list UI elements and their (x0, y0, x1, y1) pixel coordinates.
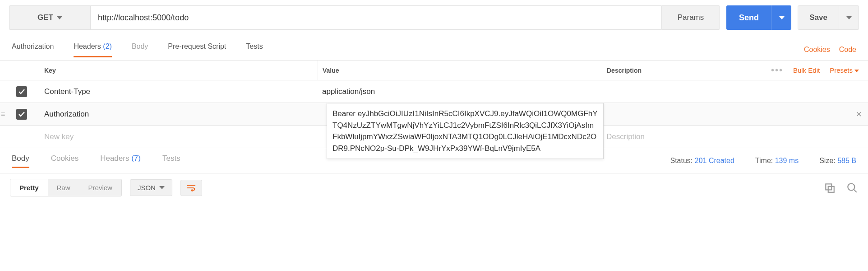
col-description-header: Description (602, 61, 771, 80)
close-icon[interactable]: × (856, 108, 862, 120)
new-key-input[interactable]: New key (33, 132, 318, 141)
chevron-down-icon (846, 16, 852, 19)
tab-headers[interactable]: Headers (2) (74, 42, 112, 57)
request-tabs: Authorization Headers (2) Body Pre-reque… (0, 39, 868, 61)
check-icon (18, 88, 25, 95)
params-button[interactable]: Params (661, 5, 720, 30)
presets-link[interactable]: Presets (830, 66, 859, 74)
header-key[interactable]: Content-Type (33, 87, 318, 96)
svg-point-2 (848, 183, 854, 190)
svg-line-3 (854, 189, 857, 192)
response-tab-cookies[interactable]: Cookies (51, 154, 78, 168)
svg-rect-0 (826, 184, 831, 190)
tab-body[interactable]: Body (132, 42, 148, 57)
row-checkbox[interactable] (16, 86, 27, 97)
lang-select[interactable]: JSON (130, 179, 172, 196)
time-value: 139 ms (775, 157, 799, 164)
header-row: Content-Type application/json (0, 80, 868, 103)
new-description-input[interactable]: Description (602, 132, 868, 141)
size-value: 585 B (837, 157, 856, 164)
cookies-link[interactable]: Cookies (804, 46, 830, 54)
tab-prerequest[interactable]: Pre-request Script (168, 42, 226, 57)
status-value: 201 Created (695, 157, 734, 164)
check-icon (18, 111, 25, 118)
header-value[interactable]: application/json (318, 87, 602, 96)
chevron-down-icon (779, 16, 785, 19)
chevron-down-icon (854, 70, 859, 72)
tab-tests[interactable]: Tests (246, 42, 263, 57)
headers-table-head: Key Value Description ••• Bulk Edit Pres… (0, 61, 868, 80)
view-mode-segment: Pretty Raw Preview (10, 179, 122, 196)
response-tab-tests[interactable]: Tests (162, 154, 180, 168)
col-key-header: Key (33, 67, 318, 74)
url-input[interactable] (90, 5, 661, 30)
method-label: GET (37, 13, 53, 22)
view-preview-button[interactable]: Preview (79, 179, 121, 196)
wrap-lines-button[interactable] (180, 180, 202, 196)
copy-icon[interactable] (824, 182, 836, 194)
save-button[interactable]: Save (798, 5, 839, 30)
header-key[interactable]: Authorization (33, 110, 318, 119)
send-button[interactable]: Send (726, 5, 771, 30)
wrap-icon (186, 183, 196, 193)
more-options-icon[interactable]: ••• (771, 65, 783, 75)
chevron-down-icon (57, 16, 62, 19)
view-pretty-button[interactable]: Pretty (10, 179, 48, 196)
code-link[interactable]: Code (839, 46, 856, 54)
row-checkbox[interactable] (16, 109, 27, 120)
chevron-down-icon (159, 186, 165, 189)
response-tab-headers[interactable]: Headers (7) (100, 154, 141, 168)
value-editor-popover[interactable]: Bearer eyJhbGciOiJIUzI1NiIsInR5cCI6IkpXV… (327, 103, 604, 159)
method-select[interactable]: GET (9, 5, 90, 30)
drag-handle-icon[interactable]: ≡ (1, 110, 5, 118)
bulk-edit-link[interactable]: Bulk Edit (793, 66, 820, 74)
search-icon[interactable] (846, 182, 858, 194)
col-value-header: Value (318, 61, 602, 80)
request-bar: GET Params Send Save (0, 0, 868, 39)
tab-authorization[interactable]: Authorization (12, 42, 54, 57)
send-dropdown[interactable] (771, 5, 791, 30)
body-toolbar: Pretty Raw Preview JSON (0, 173, 868, 202)
tab-headers-label: Headers (74, 42, 101, 50)
save-dropdown[interactable] (839, 5, 859, 30)
response-tab-body[interactable]: Body (12, 154, 29, 168)
view-raw-button[interactable]: Raw (48, 179, 79, 196)
tab-headers-count: (2) (103, 42, 112, 50)
